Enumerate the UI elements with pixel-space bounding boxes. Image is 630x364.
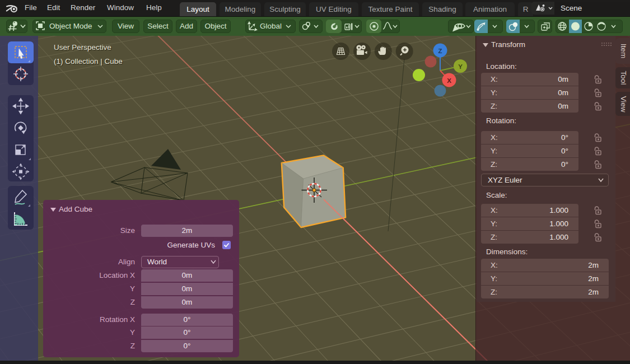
svg-text:Y: Y (458, 63, 463, 70)
svg-text:X: X (447, 77, 451, 84)
svg-text:Z: Z (438, 48, 442, 54)
